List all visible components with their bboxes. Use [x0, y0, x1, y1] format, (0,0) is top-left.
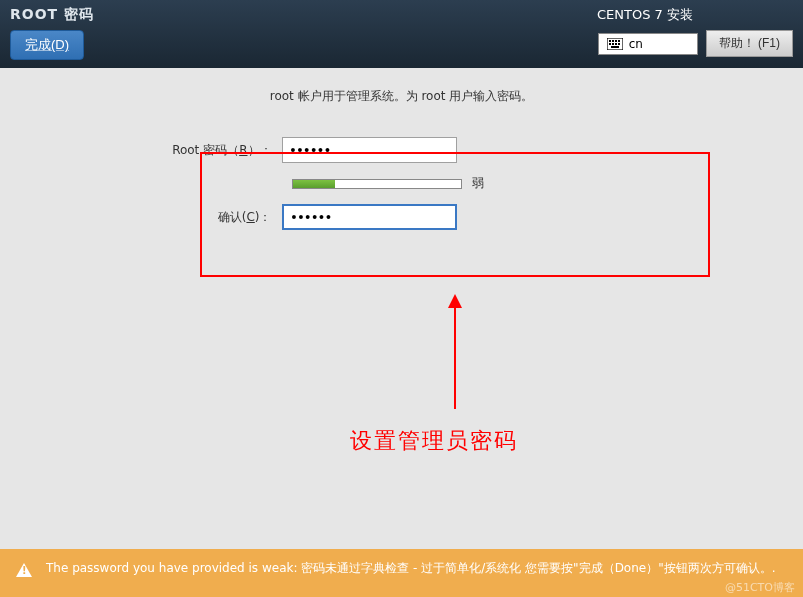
annotation-text: 设置管理员密码 [350, 426, 518, 456]
password-strength-text: 弱 [472, 175, 484, 192]
svg-rect-7 [615, 43, 617, 45]
warning-text: The password you have provided is weak: … [46, 559, 776, 577]
header-right: CENTOS 7 安装 [597, 6, 793, 62]
header-left: ROOT 密码 完成(D) [10, 6, 94, 62]
svg-rect-9 [611, 46, 619, 48]
installer-header: ROOT 密码 完成(D) CENTOS 7 安装 [0, 0, 803, 68]
header-controls: cn 帮助！ (F1) [598, 30, 793, 57]
warning-icon [16, 563, 32, 577]
keyboard-layout-indicator[interactable]: cn [598, 33, 698, 55]
svg-rect-5 [609, 43, 611, 45]
svg-rect-6 [612, 43, 614, 45]
password-strength-bar [292, 179, 462, 189]
annotation-arrow [440, 294, 470, 417]
strength-row: 弱 [292, 175, 662, 192]
keyboard-icon [607, 38, 623, 50]
install-title: CENTOS 7 安装 [597, 6, 693, 24]
password-form: Root 密码（R）： 弱 确认(C)： [122, 117, 682, 262]
password-label: Root 密码（R）： [142, 142, 282, 159]
svg-rect-1 [609, 40, 611, 42]
keyboard-layout-code: cn [629, 37, 643, 51]
password-strength-fill [293, 180, 335, 188]
password-row: Root 密码（R）： [142, 137, 662, 163]
help-button[interactable]: 帮助！ (F1) [706, 30, 793, 57]
page-title: ROOT 密码 [10, 6, 94, 24]
confirm-password-input[interactable] [282, 204, 457, 230]
content-area: root 帐户用于管理系统。为 root 用户输入密码。 Root 密码（R）：… [0, 68, 803, 262]
svg-rect-2 [612, 40, 614, 42]
warning-bar: The password you have provided is weak: … [0, 549, 803, 597]
confirm-row: 确认(C)： [142, 204, 662, 230]
svg-rect-3 [615, 40, 617, 42]
form-description: root 帐户用于管理系统。为 root 用户输入密码。 [0, 88, 803, 105]
watermark: @51CTO博客 [725, 580, 795, 595]
svg-rect-8 [618, 43, 620, 45]
confirm-label: 确认(C)： [142, 209, 282, 226]
root-password-input[interactable] [282, 137, 457, 163]
svg-marker-11 [448, 294, 462, 308]
svg-rect-4 [618, 40, 620, 42]
done-button[interactable]: 完成(D) [10, 30, 84, 60]
